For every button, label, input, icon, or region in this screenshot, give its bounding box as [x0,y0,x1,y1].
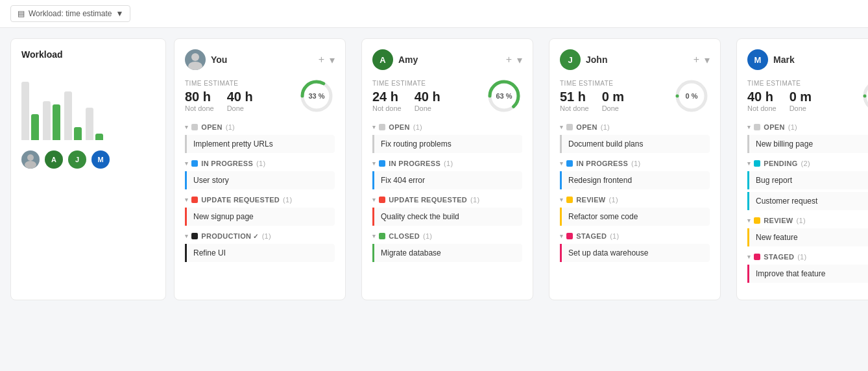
status-header[interactable]: ▾ IN PROGRESS (1) [372,160,522,167]
done-value: 40 h [415,90,440,104]
check-icon: ✓ [251,233,258,240]
person-name: John [586,54,607,65]
status-dot [191,233,198,239]
time-section: TIME ESTIMATE 51 h Not done 0 m Done 0 % [560,78,710,114]
status-group-open: ▾ OPEN (1) New billing page [747,123,868,153]
col-header: You + ▾ [185,49,335,70]
chevron-icon: ▾ [560,233,563,239]
status-header[interactable]: ▾ OPEN (1) [185,123,335,131]
avatar-amy: A [372,49,393,70]
add-icon[interactable]: + [506,54,512,66]
task-item[interactable]: New feature [747,228,868,246]
bar-group-2 [43,69,60,140]
status-header[interactable]: ▾ IN PROGRESS (1) [560,160,710,167]
status-header[interactable]: ▾ REVIEW (1) [560,196,710,204]
donut-pct-label: 33 % [308,92,324,100]
not-done-item: 80 h Not done [185,90,214,112]
svg-point-1 [25,161,36,169]
status-dot [566,160,573,167]
collapse-icon[interactable]: ▾ [330,54,335,66]
status-header[interactable]: ▾ OPEN (1) [372,123,522,131]
time-values: 51 h Not done 0 m Done [560,90,624,112]
status-header[interactable]: ▾ UPDATE REQUESTED (1) [185,196,335,204]
chevron-icon: ▾ [747,160,751,167]
time-estimate-label: TIME ESTIMATE [372,80,440,87]
col-header-left: You [185,49,227,70]
task-label: New feature [756,233,798,242]
status-header[interactable]: ▾ STAGED (1) [560,232,710,240]
task-item[interactable]: Fix 404 error [372,171,522,189]
status-label: REVIEW [764,217,793,224]
col-header-right: + ▾ [506,54,522,66]
task-item[interactable]: User story [185,171,335,189]
chevron-icon: ▾ [747,124,751,130]
task-item[interactable]: Migrate database [372,244,522,262]
time-values: 24 h Not done 40 h Done [372,90,440,112]
status-header[interactable]: ▾ IN PROGRESS (1) [185,160,335,167]
task-item[interactable]: Refine UI [185,244,335,262]
task-label: Implement pretty URLs [193,139,273,149]
status-label: UPDATE REQUESTED [201,196,280,204]
time-info: TIME ESTIMATE 80 h Not done 40 h Done [185,80,253,112]
status-count: (1) [609,196,618,204]
task-item[interactable]: Fix routing problems [372,135,522,153]
task-item[interactable]: Implement pretty URLs [185,135,335,153]
task-item[interactable]: Customer request [747,192,868,210]
task-item[interactable]: Refactor some code [560,208,710,226]
task-item[interactable]: New signup page [185,208,335,226]
chevron-icon: ▾ [372,197,376,203]
status-header[interactable]: ▾ PRODUCTION ✓ (1) [185,232,335,240]
not-done-label: Not done [372,104,402,112]
chevron-icon: ▾ [372,124,376,130]
status-header[interactable]: ▾ UPDATE REQUESTED (1) [372,196,522,204]
status-count: (1) [788,123,797,131]
time-estimate-label: TIME ESTIMATE [185,80,253,87]
status-dot [754,124,760,130]
status-count: (1) [610,232,619,240]
done-value: 0 m [602,90,624,104]
status-label: CLOSED [389,232,420,240]
collapse-icon[interactable]: ▾ [517,54,522,66]
status-dot [754,160,760,167]
task-label: Refactor some code [568,212,638,221]
time-info: TIME ESTIMATE 40 h Not done 0 m Done [747,80,812,112]
done-item: 40 h Done [227,90,253,112]
avatar-you [185,49,206,70]
avatar-mark: M [747,49,768,70]
status-header[interactable]: ▾ CLOSED (1) [372,232,522,240]
status-count: (1) [256,160,265,167]
task-item[interactable]: Redesign frontend [560,171,710,189]
workload-filter-button[interactable]: ▤ Workload: time estimate ▼ [10,5,130,22]
status-header[interactable]: ▾ OPEN (1) [560,123,710,131]
status-header[interactable]: ▾ OPEN (1) [747,123,868,131]
add-icon[interactable]: + [319,54,324,66]
task-item[interactable]: Bug report [747,171,868,189]
status-group-update-requested: ▾ UPDATE REQUESTED (1) New signup page [185,196,335,226]
status-header[interactable]: ▾ PENDING (2) [747,160,868,167]
not-done-item: 40 h Not done [747,90,777,112]
task-label: Redesign frontend [568,176,632,185]
done-value: 40 h [227,90,253,104]
not-done-label: Not done [560,104,589,112]
task-item[interactable]: New billing page [747,135,868,153]
time-info: TIME ESTIMATE 51 h Not done 0 m Done [560,80,624,112]
bar-gray-4 [86,108,93,140]
bar-green-2 [53,104,60,140]
collapse-icon[interactable]: ▾ [705,54,710,66]
status-header[interactable]: ▾ REVIEW (1) [747,217,868,224]
avatar-john: J [560,49,581,70]
status-count: (1) [470,196,479,204]
person-name: Mark [773,54,795,65]
status-header[interactable]: ▾ STAGED (1) [747,253,868,261]
task-item[interactable]: Quality check the build [372,208,522,226]
status-count: (1) [423,232,432,240]
task-item[interactable]: Improve that feature [747,265,868,283]
task-label: Document build plans [568,139,643,149]
status-label: OPEN [389,123,409,131]
task-item[interactable]: Set up data warehouse [560,244,710,262]
workload-title: Workload [21,49,155,60]
task-label: New billing page [756,139,813,149]
task-item[interactable]: Document build plans [560,135,710,153]
chevron-icon: ▾ [185,197,188,203]
add-icon[interactable]: + [693,54,699,66]
